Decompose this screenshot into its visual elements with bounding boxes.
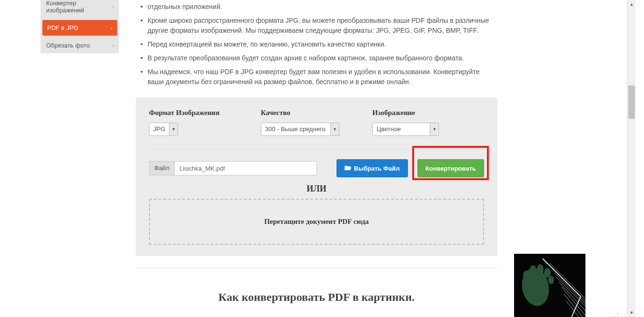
dropdown-arrow-icon: ▼: [330, 123, 339, 135]
format-label: Формат Изображения: [149, 109, 261, 117]
sidebar-item-pdf-to-jpg[interactable]: PDF в JPG ›: [42, 20, 117, 36]
choose-file-label: Выбрать Файл: [354, 165, 400, 172]
file-label: Файл: [149, 161, 174, 175]
quality-label: Качество: [261, 109, 373, 117]
description-text: Кроме широко распространенного формата J…: [148, 17, 489, 34]
sidebar-item-label: Обрезать фото: [46, 42, 90, 49]
section-heading: Как конвертировать PDF в картинки.: [136, 291, 497, 304]
convert-label: Конвертировать: [426, 165, 476, 172]
sidebar-item-label: Конвертер изображений: [46, 0, 84, 14]
image-field: Изображение Цветное ▼: [372, 109, 484, 136]
chevron-right-icon: ›: [112, 43, 114, 48]
sidebar: Конвертер изображений › PDF в JPG › Обре…: [40, 0, 119, 53]
scroll-up-arrow-icon[interactable]: ▲: [627, 0, 635, 9]
dropzone[interactable]: Перетащите документ PDF сюда: [149, 199, 484, 245]
scroll-down-arrow-icon[interactable]: ▼: [627, 308, 635, 317]
svg-point-14: [548, 276, 554, 284]
dropdown-arrow-icon: ▼: [169, 123, 178, 135]
svg-point-10: [523, 270, 530, 280]
description-text: Перед конвертацией вы можете, по желанию…: [148, 40, 386, 48]
steps-intro: Для конвертации PDF в JPG, вам необходим…: [136, 315, 497, 317]
description-item: Мы надеемся, что наш PDF в JPG конвертер…: [136, 65, 497, 89]
quality-field: Качество 300 - Выше среднего ▼: [261, 109, 373, 136]
thumbnail-image: [514, 254, 585, 317]
svg-point-12: [537, 264, 544, 275]
folder-open-icon: [345, 165, 351, 172]
chevron-right-icon: ›: [112, 4, 114, 10]
file-action-row: Файл Выбрать Файл Конвертировать: [149, 159, 484, 177]
quality-select[interactable]: 300 - Выше среднего ▼: [261, 123, 339, 136]
panel-divider: [149, 149, 484, 150]
description-text: Мы надеемся, что наш PDF в JPG конвертер…: [148, 68, 479, 86]
choose-file-button[interactable]: Выбрать Файл: [337, 159, 408, 177]
scrollbar-thumb[interactable]: [628, 86, 635, 119]
description-text: В результате преобразования будет создан…: [148, 54, 464, 62]
or-separator: ИЛИ: [149, 184, 484, 194]
image-value: Цветное: [373, 123, 430, 135]
description-item: Перед конвертацией вы можете, по желанию…: [136, 38, 497, 51]
description-list: отдельных приложений. Кроме широко распр…: [136, 0, 497, 94]
svg-point-13: [544, 268, 551, 278]
format-select[interactable]: JPG ▼: [149, 123, 178, 136]
chevron-right-icon: ›: [110, 25, 112, 31]
sidebar-item-image-converter[interactable]: Конвертер изображений ›: [40, 0, 119, 18]
format-value: JPG: [149, 123, 169, 135]
svg-point-11: [530, 265, 536, 276]
image-label: Изображение: [372, 109, 484, 117]
format-field: Формат Изображения JPG ▼: [149, 109, 261, 136]
description-item: В результате преобразования будет создан…: [136, 51, 497, 65]
vertical-scrollbar[interactable]: ▲ ▼: [627, 0, 635, 317]
sidebar-item-crop-photo[interactable]: Обрезать фото ›: [40, 38, 119, 53]
description-text: отдельных приложений.: [148, 3, 222, 10]
section-separator: [136, 268, 497, 268]
quality-value: 300 - Выше среднего: [261, 123, 330, 135]
description-item: Кроме широко распространенного формата J…: [136, 14, 497, 38]
converter-panel: Формат Изображения JPG ▼ Качество 300 - …: [136, 97, 497, 256]
description-item: отдельных приложений.: [136, 0, 497, 14]
sidebar-item-label: PDF в JPG: [47, 24, 78, 31]
main-content: отдельных приложений. Кроме широко распр…: [136, 0, 497, 317]
file-input[interactable]: [174, 161, 317, 175]
dropzone-text: Перетащите документ PDF сюда: [264, 218, 369, 225]
convert-button[interactable]: Конвертировать: [417, 159, 484, 177]
dropdown-arrow-icon: ▼: [430, 123, 438, 135]
image-select[interactable]: Цветное ▼: [372, 123, 439, 136]
